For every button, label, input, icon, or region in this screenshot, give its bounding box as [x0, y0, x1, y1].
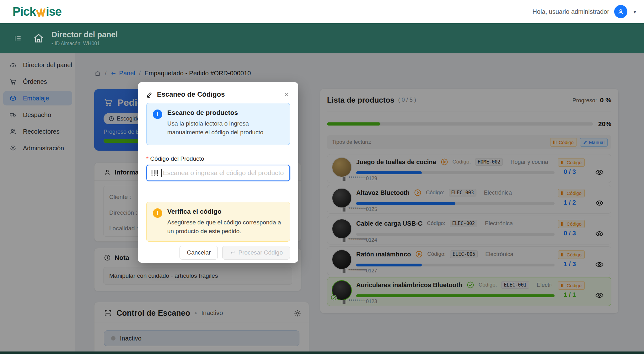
- logo-text-ise: ise: [46, 5, 62, 19]
- warning-alert-title: Verifica el código: [167, 208, 283, 215]
- footer-bar: [0, 351, 644, 354]
- warning-alert: ! Verifica el código Asegúrese de que el…: [146, 202, 290, 242]
- app-logo: Pick ise: [13, 5, 62, 19]
- cancel-button[interactable]: Cancelar: [180, 246, 218, 260]
- info-alert-description: Usa la pistola lectora o ingresa manualm…: [167, 119, 283, 137]
- modal-title: Escaneo de Códigos: [157, 90, 225, 99]
- logo-w-zigzag-icon: [36, 8, 46, 17]
- pencil-icon: [146, 91, 153, 98]
- page-title: Director del panel: [51, 30, 118, 39]
- barcode-icon: [151, 169, 159, 176]
- info-icon: i: [153, 110, 162, 119]
- scan-codes-modal: Escaneo de Códigos i Escaneo de producto…: [138, 82, 298, 263]
- warehouse-id: • ID Almacén: WH001: [51, 41, 118, 46]
- process-code-button[interactable]: Procesar Código: [222, 246, 290, 260]
- user-menu-caret-icon[interactable]: ▼: [632, 9, 637, 14]
- text-cursor: [161, 169, 162, 177]
- product-code-input[interactable]: [163, 169, 285, 177]
- collapse-menu-icon[interactable]: [14, 34, 22, 42]
- close-icon[interactable]: [283, 91, 290, 98]
- user-greeting: Hola, usuario administrador: [533, 8, 609, 15]
- page-header-bar: Director del panel • ID Almacén: WH001: [0, 23, 644, 53]
- modal-mask[interactable]: [0, 53, 644, 354]
- field-label: *Código del Producto: [146, 155, 290, 162]
- warning-alert-description: Asegúrese de que el código corresponda a…: [167, 218, 283, 235]
- home-icon[interactable]: [33, 32, 45, 44]
- info-alert: i Escaneo de productos Usa la pistola le…: [146, 103, 290, 145]
- top-header: Pick ise Hola, usuario administrador ▼: [0, 0, 644, 23]
- code-input-wrapper: [146, 165, 290, 181]
- warning-icon: !: [153, 208, 162, 218]
- enter-icon: [229, 250, 235, 256]
- logo-text-pick: Pick: [13, 5, 36, 19]
- info-alert-title: Escaneo de productos: [167, 109, 283, 116]
- user-avatar[interactable]: [614, 5, 627, 18]
